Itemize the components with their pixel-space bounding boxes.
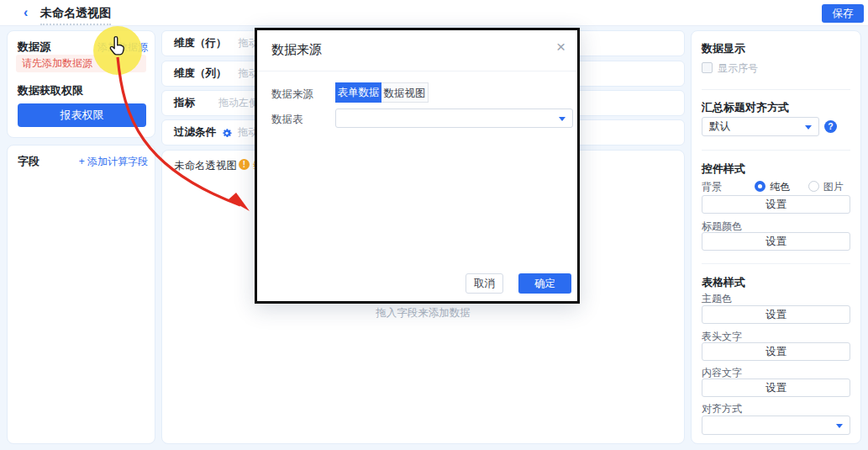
header-text-set-button[interactable]: 设置	[702, 342, 850, 361]
align-select[interactable]	[702, 416, 850, 435]
page-title[interactable]: 未命名透视图	[40, 6, 111, 25]
top-bar: ‹ 未命名透视图 保存	[0, 0, 868, 26]
permission-title: 数据获取权限	[18, 83, 83, 98]
table-label: 数据表	[271, 113, 303, 127]
empty-canvas-hint: 拖入字段来添加数据	[161, 306, 685, 320]
divider	[702, 150, 850, 151]
table-style-title: 表格样式	[702, 275, 745, 290]
back-icon[interactable]: ‹	[24, 6, 37, 19]
datasource-warning: 请先添加数据源	[16, 55, 146, 72]
pivot-designer-page: ‹ 未命名透视图 保存 数据源 添加数据源 请先添加数据源 数据获取权限 报表权…	[0, 0, 868, 450]
close-icon[interactable]: ×	[556, 39, 566, 55]
show-index-row[interactable]: 显示序号	[702, 60, 758, 76]
divider	[257, 71, 577, 71]
background-set-button[interactable]: 设置	[702, 195, 850, 214]
chart-warning-icon: !	[239, 159, 250, 170]
datasource-title: 数据源	[18, 40, 50, 55]
chart-title: 未命名透视图	[174, 159, 237, 173]
summary-align-value: 默认	[709, 120, 730, 132]
data-display-title: 数据显示	[702, 41, 745, 56]
radio-solid-color[interactable]	[755, 181, 765, 192]
drop-row-label: 维度（行）	[174, 36, 227, 50]
radio-solid-label: 纯色	[770, 181, 790, 193]
datasource-modal: 数据来源 × 数据来源 表单数据 数据视图 数据表 取消 确定	[255, 28, 580, 304]
settings-panel: 数据显示 显示序号 汇总标题对齐方式 默认 ? 控件样式 背景 纯色 图片 设置…	[691, 30, 861, 444]
drop-row-label: 过滤条件	[174, 125, 216, 140]
divider	[702, 89, 850, 90]
theme-color-set-button[interactable]: 设置	[702, 305, 850, 324]
title-color-set-button[interactable]: 设置	[702, 232, 850, 251]
background-label: 背景	[702, 181, 722, 193]
fields-title: 字段	[18, 154, 39, 169]
confirm-button[interactable]: 确定	[518, 273, 571, 294]
drop-row-label: 维度（列）	[174, 66, 227, 81]
align-label: 对齐方式	[702, 402, 742, 416]
report-permission-button[interactable]: 报表权限	[18, 103, 146, 127]
background-row: 背景 纯色 图片	[702, 180, 844, 194]
divider	[702, 263, 850, 264]
table-select[interactable]	[335, 109, 573, 128]
chevron-down-icon	[805, 125, 812, 130]
save-button[interactable]: 保存	[822, 4, 864, 23]
datasource-card: 数据源 添加数据源 请先添加数据源 数据获取权限 报表权限	[7, 30, 155, 138]
source-label: 数据来源	[271, 87, 313, 102]
filter-settings-gear-icon[interactable]	[221, 127, 233, 139]
fields-card: 字段 + 添加计算字段	[7, 145, 155, 444]
content-text-set-button[interactable]: 设置	[702, 379, 850, 397]
radio-image-label: 图片	[823, 181, 844, 193]
drop-row-label: 指标	[174, 96, 195, 110]
chevron-down-icon	[836, 424, 843, 428]
widget-style-title: 控件样式	[702, 161, 745, 177]
help-icon[interactable]: ?	[824, 120, 837, 133]
add-calc-field-link[interactable]: + 添加计算字段	[79, 155, 148, 169]
summary-align-title: 汇总标题对齐方式	[702, 100, 789, 115]
theme-color-label: 主题色	[702, 292, 732, 306]
radio-image[interactable]	[808, 181, 819, 192]
modal-title: 数据来源	[271, 42, 322, 58]
summary-align-select[interactable]: 默认	[702, 117, 819, 136]
tab-data-view[interactable]: 数据视图	[381, 82, 429, 103]
show-index-checkbox[interactable]	[702, 62, 713, 73]
show-index-label: 显示序号	[718, 62, 758, 74]
cancel-button[interactable]: 取消	[466, 273, 503, 294]
tab-form-data[interactable]: 表单数据	[335, 82, 381, 103]
add-datasource-link[interactable]: 添加数据源	[97, 40, 148, 55]
chevron-down-icon	[559, 117, 566, 121]
